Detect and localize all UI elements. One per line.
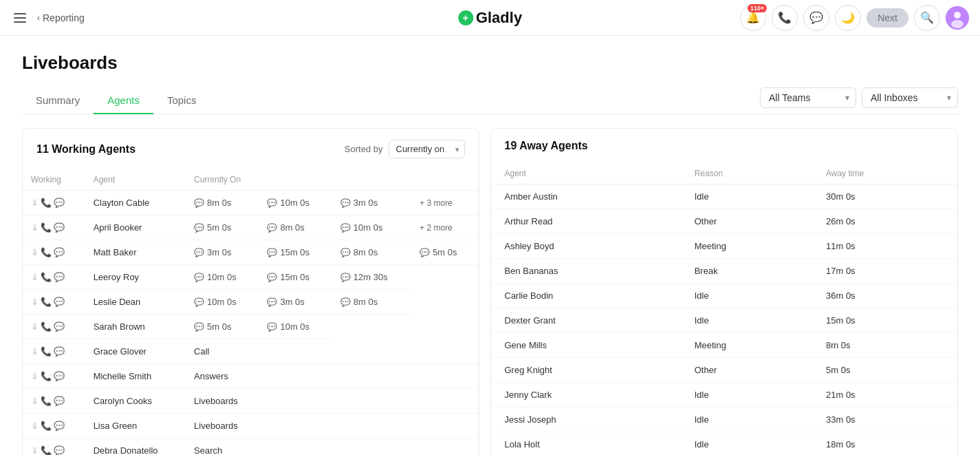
away-reason: Other bbox=[681, 209, 812, 234]
away-reason: Idle bbox=[681, 383, 812, 408]
away-reason: Other bbox=[681, 358, 812, 383]
chat-small-icon: 💬 bbox=[54, 198, 65, 208]
table-row: ⇓ 📞 💬 Matt Baker💬 3m 0s💬 15m 0s💬 8m 0s💬 … bbox=[23, 240, 479, 265]
table-row: ⇓ 📞 💬 Leslie Dean💬 10m 0s💬 3m 0s💬 8m 0s bbox=[23, 290, 479, 315]
tab-topics[interactable]: Topics bbox=[153, 87, 210, 114]
col-agent: Agent bbox=[85, 169, 186, 191]
notification-icon: 🔔 bbox=[746, 11, 760, 24]
phone-small-icon: 📞 bbox=[41, 198, 52, 208]
table-row: Amber AustinIdle30m 0s bbox=[491, 184, 958, 209]
working-icons-cell: ⇓ 📞 💬 bbox=[23, 438, 85, 456]
phone-small-icon: 📞 bbox=[41, 272, 52, 282]
table-row: ⇓ 📞 💬 Debra DonatelloSearch bbox=[23, 438, 479, 456]
notification-badge: 110+ bbox=[748, 4, 767, 12]
chat-small-icon: 💬 bbox=[54, 445, 65, 455]
inboxes-filter-wrap: All Inboxes bbox=[862, 87, 958, 108]
chat-time-icon3: 💬 bbox=[340, 198, 351, 208]
download-icon: ⇓ bbox=[31, 297, 39, 307]
logo: + Gladly bbox=[458, 9, 522, 27]
back-to-reporting[interactable]: ‹ Reporting bbox=[37, 12, 85, 23]
chat-time-icon: 💬 bbox=[194, 198, 204, 208]
chat-icon-btn[interactable]: 💬 bbox=[803, 5, 829, 31]
sort-wrap: Currently on bbox=[389, 140, 465, 158]
table-row: ⇓ 📞 💬 Carolyn CooksLiveboards bbox=[23, 389, 479, 414]
time-2: 💬 10m 0s bbox=[259, 191, 331, 215]
chat-small-icon: 💬 bbox=[54, 346, 65, 357]
away-agents-scroll[interactable]: Agent Reason Away time Amber AustinIdle3… bbox=[491, 163, 958, 455]
time-1: 💬 10m 0s bbox=[186, 290, 259, 315]
phone-small-icon: 📞 bbox=[41, 297, 52, 307]
sorted-by: Sorted by Currently on bbox=[345, 140, 465, 158]
more-link[interactable]: + 2 more bbox=[411, 215, 478, 240]
away-agent-name: Gene Mills bbox=[491, 333, 681, 358]
tab-agents[interactable]: Agents bbox=[94, 87, 153, 114]
table-row: Carlie BodinIdle36m 0s bbox=[491, 284, 958, 308]
moon-icon: 🌙 bbox=[841, 11, 855, 24]
agent-name: Clayton Cable bbox=[85, 191, 186, 215]
agent-name: Leslie Dean bbox=[85, 290, 186, 315]
topnav: ‹ Reporting + Gladly 🔔 110+ 📞 💬 🌙 Next 🔍 bbox=[0, 0, 980, 36]
inboxes-filter[interactable]: All Inboxes bbox=[862, 87, 958, 108]
teams-filter[interactable]: All Teams bbox=[760, 87, 856, 108]
notification-icon-btn[interactable]: 🔔 110+ bbox=[740, 5, 766, 31]
table-row: Jenny ClarkIdle21m 0s bbox=[491, 383, 958, 408]
chat-time-icon4: 💬 bbox=[420, 248, 430, 257]
away-time: 36m 0s bbox=[812, 284, 957, 308]
away-agent-name: Dexter Grant bbox=[491, 308, 681, 333]
agent-name: Carolyn Cooks bbox=[85, 389, 186, 414]
working-icons-cell: ⇓ 📞 💬 bbox=[23, 389, 85, 414]
phone-small-icon: 📞 bbox=[41, 421, 52, 431]
table-row: ⇓ 📞 💬 Clayton Cable💬 8m 0s💬 10m 0s💬 3m 0… bbox=[23, 191, 479, 215]
col-away-agent: Agent bbox=[491, 163, 681, 184]
table-row: Dexter GrantIdle15m 0s bbox=[491, 308, 958, 333]
chat-small-icon: 💬 bbox=[54, 247, 65, 257]
agent-status: Answers bbox=[186, 364, 478, 389]
time-2: 💬 15m 0s bbox=[259, 240, 331, 265]
next-button[interactable]: Next bbox=[867, 8, 908, 28]
chat-time-icon2: 💬 bbox=[267, 198, 277, 208]
chat-time-icon3: 💬 bbox=[340, 248, 351, 257]
sort-select[interactable]: Currently on bbox=[389, 140, 465, 158]
agent-name: Sarah Brown bbox=[85, 315, 186, 339]
chat-small-icon: 💬 bbox=[54, 297, 65, 307]
phone-small-icon: 📞 bbox=[41, 396, 52, 406]
chat-small-icon: 💬 bbox=[54, 371, 65, 381]
phone-small-icon: 📞 bbox=[41, 247, 52, 257]
time-3: 💬 10m 0s bbox=[332, 215, 411, 240]
chat-time-icon2: 💬 bbox=[267, 297, 277, 307]
hamburger-menu[interactable] bbox=[11, 10, 29, 25]
away-reason: Break bbox=[681, 259, 812, 284]
table-row: ⇓ 📞 💬 April Booker💬 5m 0s💬 8m 0s💬 10m 0s… bbox=[23, 215, 479, 240]
time-1: 💬 10m 0s bbox=[186, 265, 259, 290]
avatar[interactable] bbox=[946, 6, 969, 30]
time-3: 💬 12m 30s bbox=[332, 265, 411, 290]
away-reason: Idle bbox=[681, 308, 812, 333]
away-reason: Idle bbox=[681, 408, 812, 432]
search-icon-btn[interactable]: 🔍 bbox=[914, 5, 940, 31]
moon-icon-btn[interactable]: 🌙 bbox=[835, 5, 861, 31]
tab-summary[interactable]: Summary bbox=[22, 87, 94, 114]
away-time: 5m 0s bbox=[812, 358, 957, 383]
teams-filter-wrap: All Teams bbox=[760, 87, 856, 108]
away-agents-header: 19 Away Agents bbox=[491, 129, 958, 163]
chat-time-icon3: 💬 bbox=[340, 297, 351, 307]
time-2: 💬 3m 0s bbox=[259, 290, 331, 315]
table-row: Jessi JosephIdle33m 0s bbox=[491, 408, 958, 432]
working-icons-cell: ⇓ 📞 💬 bbox=[23, 315, 85, 339]
agent-name: Matt Baker bbox=[85, 240, 186, 265]
download-icon: ⇓ bbox=[31, 371, 39, 381]
away-time: 26m 0s bbox=[812, 209, 957, 234]
time-3: 💬 8m 0s bbox=[332, 240, 411, 265]
working-agents-scroll[interactable]: Working Agent Currently On ⇓ 📞 💬 Clayton… bbox=[23, 169, 479, 455]
phone-icon-btn[interactable]: 📞 bbox=[772, 5, 798, 31]
table-row: ⇓ 📞 💬 Grace GloverCall bbox=[23, 339, 479, 364]
time-2: 💬 10m 0s bbox=[259, 315, 331, 339]
time-2: 💬 15m 0s bbox=[259, 265, 331, 290]
time-3: 💬 3m 0s bbox=[332, 191, 411, 215]
away-agent-name: Greg Knight bbox=[491, 358, 681, 383]
download-icon: ⇓ bbox=[31, 396, 39, 406]
agent-status: Call bbox=[186, 339, 478, 364]
download-icon: ⇓ bbox=[31, 346, 39, 357]
working-agents-title: 11 Working Agents bbox=[36, 143, 135, 156]
more-link[interactable]: + 3 more bbox=[411, 191, 478, 215]
